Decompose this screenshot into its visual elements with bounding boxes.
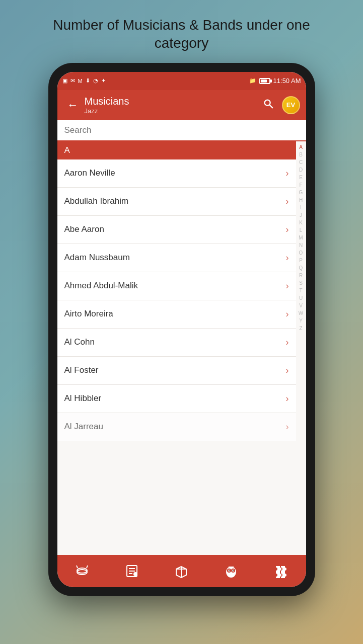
svg-text:+: + [134, 573, 136, 576]
status-icon-sd: 📁 [249, 77, 256, 84]
nav-drums[interactable] [68, 560, 96, 582]
chevron-right-icon: › [286, 253, 289, 263]
alpha-G[interactable]: G [299, 189, 303, 196]
alpha-W[interactable]: W [299, 309, 303, 317]
chevron-right-icon: › [286, 224, 289, 235]
nav-box[interactable] [167, 560, 195, 582]
alpha-O[interactable]: O [299, 249, 303, 257]
list-area: A Aaron Neville › Abdullah Ibrahim › Abe… [57, 141, 306, 555]
phone-wrapper: ▣ ✉ M ⬇ ◔ ✦ 📁 11:50 AM ← Musicians Jazz [48, 63, 315, 596]
musician-name: Aaron Neville [64, 168, 115, 178]
alpha-U[interactable]: U [299, 294, 303, 302]
search-box [57, 120, 306, 141]
alpha-J[interactable]: J [300, 211, 302, 219]
alpha-A[interactable]: A [299, 143, 303, 151]
back-button[interactable]: ← [63, 95, 83, 116]
status-icon-gmail: M [78, 78, 83, 84]
app-bar-subtitle: Jazz [85, 107, 260, 115]
nav-owl[interactable] [217, 560, 245, 582]
alpha-R[interactable]: R [299, 272, 303, 279]
alpha-M[interactable]: M [299, 234, 303, 242]
alpha-Z[interactable]: Z [299, 325, 302, 332]
list-item[interactable]: Aaron Neville › [57, 159, 296, 188]
app-bar: ← Musicians Jazz EV [57, 90, 306, 120]
list-item[interactable]: Al Hibbler › [57, 385, 296, 413]
musician-name: Adam Nussbaum [64, 253, 130, 263]
alpha-T[interactable]: T [299, 287, 302, 294]
search-button[interactable] [260, 95, 277, 115]
chevron-right-icon: › [286, 168, 289, 179]
musician-name: Al Jarreau [64, 422, 103, 432]
chevron-right-icon: › [286, 365, 289, 376]
status-icon-signal: ▣ [62, 77, 67, 84]
musicians-list: A Aaron Neville › Abdullah Ibrahim › Abe… [57, 141, 296, 555]
svg-line-4 [77, 566, 78, 568]
section-header-a: A [57, 141, 296, 159]
list-item[interactable]: Al Jarreau › [57, 413, 296, 441]
chevron-right-icon: › [286, 196, 289, 207]
status-bar: ▣ ✉ M ⬇ ◔ ✦ 📁 11:50 AM [57, 72, 306, 90]
app-bar-title: Musicians [85, 96, 260, 107]
alpha-F[interactable]: F [299, 181, 302, 189]
alpha-E[interactable]: E [299, 174, 303, 181]
list-item[interactable]: Airto Moreira › [57, 300, 296, 329]
chevron-right-icon: › [286, 393, 289, 404]
alpha-H[interactable]: H [299, 196, 303, 204]
alpha-I[interactable]: I [300, 204, 302, 211]
status-icon-mail: ✉ [70, 77, 75, 84]
svg-line-5 [87, 566, 88, 568]
alpha-C[interactable]: C [299, 158, 303, 166]
search-input[interactable] [64, 125, 299, 135]
battery-indicator [259, 78, 270, 84]
svg-line-1 [269, 105, 272, 108]
musician-name: Airto Moreira [64, 309, 113, 319]
musician-name: Abdullah Ibrahim [64, 196, 129, 206]
logo-badge: EV [282, 96, 300, 114]
status-icon-alarm: ◔ [93, 77, 98, 84]
musician-name: Al Hibbler [64, 393, 102, 404]
alpha-D[interactable]: D [299, 166, 303, 174]
chevron-right-icon: › [286, 281, 289, 291]
musician-name: Al Cohn [64, 337, 95, 347]
list-item[interactable]: Adam Nussbaum › [57, 244, 296, 272]
alpha-Q[interactable]: Q [299, 264, 303, 272]
nav-notes[interactable]: + [118, 560, 146, 582]
alpha-V[interactable]: V [299, 302, 303, 309]
musician-name: Ahmed Abdul-Malik [64, 281, 138, 291]
alphabet-sidebar: A B C D E F G H I J K L M N O P Q [296, 141, 306, 555]
list-item[interactable]: Abe Aaron › [57, 216, 296, 244]
svg-point-20 [233, 570, 234, 571]
alpha-Y[interactable]: Y [299, 317, 303, 325]
list-item[interactable]: Abdullah Ibrahim › [57, 188, 296, 216]
list-item[interactable]: Ahmed Abdul-Malik › [57, 272, 296, 300]
alpha-B[interactable]: B [299, 151, 303, 158]
list-item[interactable]: Al Foster › [57, 357, 296, 385]
alpha-L[interactable]: L [300, 226, 303, 234]
list-item[interactable]: Al Cohn › [57, 329, 296, 357]
status-icon-download: ⬇ [86, 77, 90, 84]
status-icon-android: ✦ [101, 77, 106, 84]
chevron-right-icon: › [286, 337, 289, 348]
alpha-S[interactable]: S [299, 279, 303, 287]
status-time: 11:50 AM [273, 77, 301, 85]
nav-puzzle[interactable] [267, 560, 295, 582]
bottom-nav: + [57, 555, 306, 587]
musician-name: Abe Aaron [64, 224, 104, 234]
svg-point-19 [229, 570, 230, 571]
alpha-P[interactable]: P [299, 257, 303, 264]
content-area: A Aaron Neville › Abdullah Ibrahim › Abe… [57, 120, 306, 555]
musician-name: Al Foster [64, 365, 99, 375]
chevron-right-icon: › [286, 422, 289, 432]
chevron-right-icon: › [286, 309, 289, 319]
alpha-N[interactable]: N [299, 242, 303, 249]
alpha-K[interactable]: K [299, 219, 303, 226]
page-title: Number of Musicians & Bands under one ca… [0, 0, 363, 63]
